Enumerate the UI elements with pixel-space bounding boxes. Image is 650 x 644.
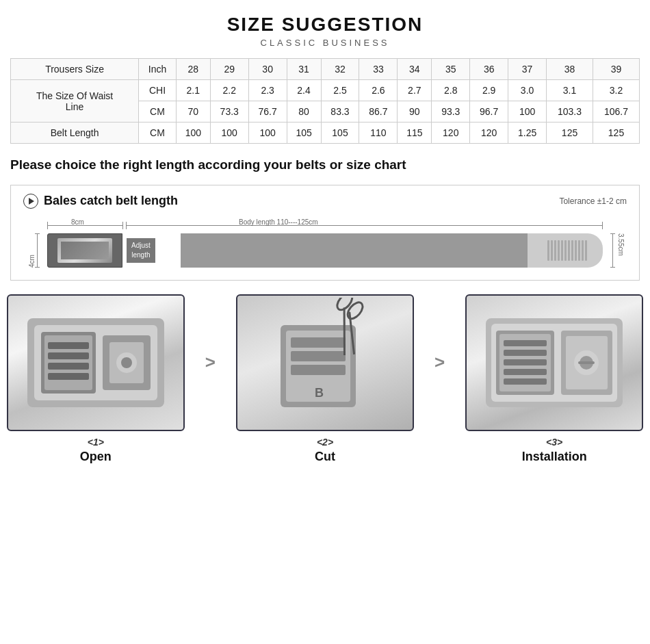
col-header-32: 32 — [321, 59, 359, 80]
col-header-31: 31 — [287, 59, 321, 80]
hole-6 — [564, 240, 567, 261]
svg-rect-16 — [291, 365, 346, 375]
cm-29: 73.3 — [210, 101, 248, 123]
chi-28: 2.1 — [176, 80, 210, 101]
hole-9 — [575, 240, 577, 261]
svg-rect-15 — [291, 351, 346, 361]
height-bracket-bottom — [35, 267, 40, 268]
hole-4 — [558, 240, 560, 261]
bl-37: 1.25 — [508, 123, 547, 144]
cm-37: 100 — [508, 101, 547, 123]
label-4cm: 4cm — [28, 233, 36, 268]
bracket-body-right — [602, 222, 603, 229]
chi-33: 2.6 — [359, 80, 398, 101]
chi-39: 3.2 — [593, 80, 640, 101]
main-title: SIZE SUGGESTION — [10, 14, 640, 36]
cm-34: 90 — [398, 101, 432, 123]
buckle-inner-block — [57, 238, 112, 263]
step-1-name: Open — [80, 450, 112, 464]
svg-rect-6 — [48, 363, 89, 370]
belt-section: Bales catch belt length Tolerance ±1-2 c… — [10, 185, 640, 281]
cm-35: 93.3 — [432, 101, 470, 123]
chi-29: 2.2 — [210, 80, 248, 101]
belt-length-row: Belt Length CM 100 100 100 105 105 110 1… — [11, 123, 640, 144]
svg-rect-35 — [578, 361, 595, 364]
svg-rect-14 — [291, 337, 346, 348]
buckle-center — [61, 242, 109, 259]
step-arrow-1: > — [205, 294, 216, 431]
hole-8 — [571, 240, 573, 261]
chi-30: 2.3 — [248, 80, 287, 101]
svg-point-18 — [345, 299, 365, 321]
col-header-unit: Inch — [139, 59, 177, 80]
step-3-name: Installation — [522, 450, 587, 464]
svg-rect-28 — [504, 359, 547, 365]
dimension-line-area: 8cm Body length 110----125cm — [47, 218, 603, 233]
height-bracket-line — [37, 233, 38, 268]
svg-rect-27 — [504, 350, 547, 356]
hole-7 — [568, 240, 570, 261]
choice-text: Please choice the right length according… — [10, 156, 640, 175]
chi-32: 2.5 — [321, 80, 359, 101]
right-bracket-top — [610, 233, 615, 234]
page-container: SIZE SUGGESTION CLASSIC BUSINESS Trouser… — [0, 0, 650, 478]
cm-31: 80 — [287, 101, 321, 123]
svg-rect-5 — [48, 352, 89, 359]
chi-34: 2.7 — [398, 80, 432, 101]
belt-right-end — [528, 233, 603, 268]
step-arrow-2: > — [434, 294, 445, 431]
belt-length-label: Belt Length — [11, 123, 139, 144]
step-1-num: <1> — [88, 437, 104, 448]
belt-strap-middle — [181, 233, 528, 268]
cm-39: 106.7 — [593, 101, 640, 123]
bracket-8cm-right — [122, 222, 123, 229]
step-1-svg — [14, 298, 178, 428]
bl-33: 110 — [359, 123, 398, 144]
col-header-30: 30 — [248, 59, 287, 80]
col-header-trousers: Trousers Size — [11, 59, 139, 80]
bl-38: 125 — [547, 123, 593, 144]
step-1-image — [7, 294, 185, 431]
unit-cm-belt: CM — [139, 123, 177, 144]
belt-title-text: Bales catch belt length — [44, 194, 178, 208]
cm-32: 83.3 — [321, 101, 359, 123]
col-header-39: 39 — [593, 59, 640, 80]
unit-chi: CHI — [139, 80, 177, 101]
bl-36: 120 — [470, 123, 508, 144]
svg-rect-7 — [48, 373, 89, 380]
step-2-name: Cut — [315, 450, 335, 464]
label-355cm: 3.55cm — [617, 233, 625, 268]
bl-34: 115 — [398, 123, 432, 144]
cm-30: 76.7 — [248, 101, 287, 123]
hole-5 — [561, 240, 563, 261]
bracket-8cm-left — [47, 222, 48, 229]
col-header-36: 36 — [470, 59, 508, 80]
steps-section: <1> Open > B — [10, 294, 640, 464]
bl-29: 100 — [210, 123, 248, 144]
col-header-33: 33 — [359, 59, 398, 80]
bl-28: 100 — [176, 123, 210, 144]
svg-rect-4 — [48, 342, 89, 349]
step-1-item: <1> Open — [7, 294, 185, 464]
chi-36: 2.9 — [470, 80, 508, 101]
play-icon — [23, 194, 38, 209]
col-header-34: 34 — [398, 59, 432, 80]
svg-rect-29 — [504, 369, 547, 375]
hole-10 — [578, 240, 580, 261]
chi-37: 3.0 — [508, 80, 547, 101]
step-2-item: B <2> Cut — [236, 294, 414, 464]
bl-30: 100 — [248, 123, 287, 144]
col-header-37: 37 — [508, 59, 547, 80]
hole-11 — [582, 240, 584, 261]
belt-diagram-container: 8cm Body length 110----125cm 4cm — [47, 218, 603, 268]
step-2-image: B — [236, 294, 414, 431]
play-triangle — [29, 198, 34, 205]
svg-point-11 — [121, 357, 132, 368]
bl-31: 105 — [287, 123, 321, 144]
belt-buckle-block — [47, 233, 122, 268]
step-3-num: <3> — [546, 437, 562, 448]
hole-12 — [585, 240, 587, 261]
step-3-image — [465, 294, 643, 431]
bracket-8cm-line — [47, 225, 122, 226]
col-header-28: 28 — [176, 59, 210, 80]
